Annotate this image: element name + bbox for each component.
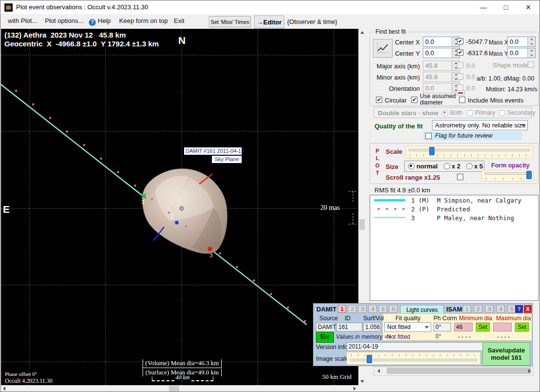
observer-row-1[interactable]: 1 (M) M Simpson, near Calgary (370, 196, 538, 204)
observer-row-3[interactable]: 3 P Maley, near Nothing (370, 214, 538, 222)
plot-title: (132) Aethra 2023 Nov 12 45.8 km (4, 31, 126, 39)
damit-tab-3[interactable]: 3 (358, 305, 367, 313)
damit-tab-1[interactable]: 1 (338, 305, 346, 313)
scroll-right-icon[interactable] (351, 385, 358, 392)
model-label: DAMIT #161 2011-04-19 (184, 147, 242, 155)
fit-major-checkbox[interactable] (457, 62, 463, 68)
id-field[interactable]: 161 (336, 323, 362, 331)
size-normal-radio[interactable] (408, 163, 415, 169)
image-scale-label: Image scale (316, 355, 349, 362)
isam-tab-2[interactable]: 2 (474, 305, 482, 313)
size-label: Size (386, 163, 398, 170)
damit-help-button[interactable]: ? (515, 305, 523, 313)
red-dash-indicator (456, 90, 465, 95)
observer-line-swatch (374, 207, 405, 210)
fit-quality-combobox[interactable]: Not fitted (384, 322, 431, 332)
menu-exit[interactable]: Exit (174, 17, 185, 24)
damit-close-button[interactable]: X (524, 305, 532, 313)
observer-row-2[interactable]: 2 (P) Predicted (370, 205, 538, 213)
set-miss-times-button[interactable]: Set 'Miss' Times (209, 16, 251, 27)
version-info-field[interactable]: 2011-04-19 (347, 342, 499, 351)
image-scale-slider[interactable] (347, 352, 480, 365)
circular-checkbox[interactable]: ✔ (376, 97, 382, 103)
damit-tab-4[interactable]: 4 (369, 305, 377, 313)
mas-scale-label: 20 mas (320, 204, 340, 212)
menu-plot-options[interactable]: Plot options... (45, 17, 83, 24)
double-secondary-radio[interactable] (499, 110, 505, 116)
max-dia-field[interactable] (493, 323, 512, 331)
source-field[interactable]: DAMIT (316, 323, 335, 331)
size-x2-radio[interactable] (444, 163, 450, 169)
v-scroll-thumb[interactable] (359, 219, 365, 230)
center-x-spinner[interactable]: 0.0 (423, 37, 460, 47)
panel-scroll-left-icon[interactable] (375, 367, 382, 374)
run-fit-button[interactable] (373, 39, 393, 58)
menu-help[interactable]: ?Help (89, 17, 111, 26)
scroll-up-icon[interactable] (358, 29, 366, 36)
max-dia-header: Maximum dia (496, 315, 531, 322)
set-max-button[interactable]: Set (515, 323, 529, 331)
help-icon: ? (89, 19, 96, 26)
observer-text: 2 (P) Predicted (411, 206, 470, 213)
menu-keep-on-top[interactable]: Keep form on top (119, 17, 168, 24)
set-min-button[interactable]: Set (476, 323, 490, 331)
fit-minor-checkbox[interactable] (457, 73, 463, 80)
menu-with-plot[interactable]: with Plot... (8, 17, 37, 24)
mass-x-label: Mass X (489, 39, 508, 46)
min-dia-field[interactable]: 46 (454, 323, 473, 331)
min-dia-header: Minimum dia (459, 315, 492, 322)
center-y-spinner[interactable]: 0.0 (423, 48, 460, 58)
minimize-button[interactable]: — (472, 0, 495, 14)
isam-tab-4[interactable]: 4 (497, 305, 505, 313)
orientation-spinner[interactable]: 0.0 (423, 83, 460, 93)
image-scale-thumb[interactable] (367, 355, 372, 363)
use-assumed-checkbox[interactable]: ✔ (411, 97, 417, 103)
size-x5-radio[interactable] (466, 163, 473, 169)
h-scroll-thumb[interactable] (169, 386, 179, 392)
damit-tab-5[interactable]: 5 (379, 305, 387, 313)
window-title: Plot event observations : Occult v.4.202… (16, 3, 148, 11)
scroll-left-icon[interactable] (0, 385, 8, 392)
fit-y-checkbox[interactable]: ✔ (457, 49, 463, 56)
minor-axis-spinner[interactable]: 45.8 (423, 72, 460, 82)
surfvol-field[interactable]: 1.056 (363, 323, 381, 331)
double-primary-radio[interactable] (467, 110, 473, 116)
title-bar: Plot event observations : Occult v.4.202… (0, 0, 540, 15)
panel-scroll-thumb[interactable] (387, 368, 531, 374)
plot-area[interactable]: (132) Aethra 2023 Nov 12 45.8 km Geocent… (0, 29, 358, 385)
damit-tab-6[interactable]: 6 (389, 305, 397, 313)
close-button[interactable]: ✕ (517, 0, 540, 14)
scale-slider[interactable] (405, 146, 533, 159)
double-both-radio[interactable] (442, 110, 448, 116)
scroll-range-checkbox[interactable] (457, 174, 463, 180)
panel-scroll-right-icon[interactable] (526, 367, 533, 374)
observer-list[interactable]: 1 (M) M Simpson, near Calgary2 (P) Predi… (370, 195, 539, 301)
flag-review-checkbox[interactable] (425, 133, 432, 139)
quality-combobox[interactable]: Astrometry only. No reliable size (432, 120, 528, 130)
maximize-button[interactable]: □ (495, 0, 517, 14)
size-x5-label: x 5 (474, 163, 483, 170)
minor-offset-value: 0.0 (466, 73, 475, 81)
scroll-down-icon[interactable] (358, 378, 366, 385)
app-window: Plot event observations : Occult v.4.202… (0, 0, 540, 392)
panel-horizontal-scrollbar[interactable] (374, 367, 534, 376)
mass-x-spinner[interactable]: 0.0 (507, 37, 536, 47)
editor-button[interactable]: →Editor (254, 16, 284, 28)
plot-canvas (1, 29, 359, 385)
damit-tab-2[interactable]: 2 (348, 305, 356, 313)
include-miss-checkbox[interactable] (459, 97, 465, 103)
ph-corrn-field[interactable]: 0° (434, 323, 451, 331)
major-axis-spinner[interactable]: 45.8 (423, 61, 460, 71)
save-update-button[interactable]: Save/updatemodel 161 (482, 342, 530, 366)
err-button[interactable]: Err (316, 332, 334, 343)
occult-version-label: Occult 4.2023.11.30 (5, 377, 53, 385)
form-opacity-slider[interactable] (481, 170, 534, 182)
source-header: Source (319, 315, 338, 322)
mass-y-spinner[interactable]: 0.0 (507, 48, 536, 58)
isam-tab-1[interactable]: 1 (463, 305, 471, 313)
plot-horizontal-scrollbar[interactable] (0, 385, 358, 392)
isam-tab-3[interactable]: 3 (485, 305, 494, 313)
shape-model-checkbox[interactable] (528, 62, 534, 68)
scale-bar-label: 40 km (174, 374, 191, 381)
fit-x-checkbox[interactable]: ✔ (457, 38, 463, 44)
